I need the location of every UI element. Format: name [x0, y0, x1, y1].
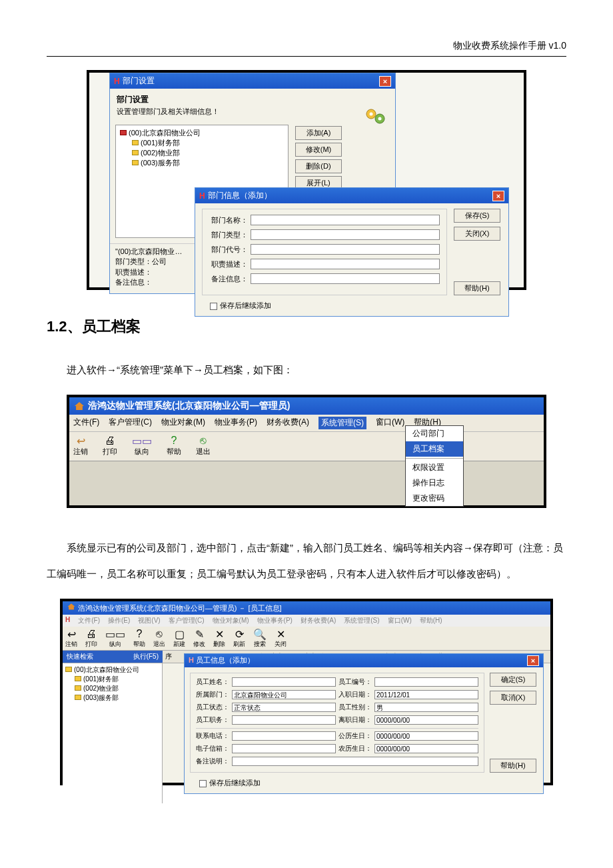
menu-item-employee-archive[interactable]: 员工档案	[406, 441, 463, 457]
tb-item[interactable]: ?帮助	[133, 628, 145, 649]
tb-exit[interactable]: ⎋退出	[196, 435, 211, 457]
tree-item[interactable]: (002)物业部	[83, 685, 119, 692]
dept-type-input[interactable]	[251, 229, 440, 240]
app3-menubar: H 文件(F) 操作(E) 视图(V) 客户管理(C) 物业对象(M) 物业事务…	[63, 615, 550, 627]
tree-root[interactable]: (00)北京森阳物业公司	[129, 129, 201, 137]
menu-file[interactable]: 文件(F)	[73, 417, 99, 429]
emp-lbirth-input[interactable]: 0000/00/00	[374, 744, 478, 753]
tree-root[interactable]: (00)北京森阳物业公司	[74, 666, 139, 673]
screenshot-dept-setting: H部门设置 × 部门设置 设置管理部门及相关详细信息！ (00)北京森阳物业公司…	[87, 70, 526, 290]
emp-indate-input[interactable]: 2011/12/01	[374, 690, 478, 699]
menu-item-company-dept[interactable]: 公司部门	[406, 426, 463, 441]
tb-label: 新建	[173, 640, 185, 649]
tree-item[interactable]: (003)服务部	[83, 694, 119, 701]
close-button[interactable]: 关闭(X)	[454, 227, 500, 241]
menu-item-permission[interactable]: 权限设置	[406, 460, 463, 475]
tree-item[interactable]: (003)服务部	[141, 159, 180, 167]
menu-item[interactable]: 窗口(W)	[388, 616, 412, 625]
help-button[interactable]: 帮助(H)	[490, 759, 536, 773]
emp-phone-input[interactable]	[232, 731, 336, 741]
app-icon: H	[65, 616, 70, 625]
tb-help[interactable]: ?帮助	[167, 435, 181, 457]
tb-label: 退出	[153, 640, 165, 649]
field-label: 部门类型：	[209, 230, 248, 240]
tree-item[interactable]: (001)财务部	[83, 675, 119, 683]
emp-remark-input[interactable]	[232, 757, 478, 766]
folder-icon	[120, 130, 127, 135]
tb-item[interactable]: ✕删除	[213, 628, 225, 649]
menu-system[interactable]: 系统管理(S)	[318, 417, 366, 429]
tb-label: 关闭	[275, 640, 287, 649]
delete-button[interactable]: 删除(D)	[295, 159, 342, 173]
menu-item[interactable]: 系统管理(S)	[344, 616, 379, 625]
tb-item[interactable]: ⟳刷新	[233, 628, 245, 649]
emp-gbirth-input[interactable]: 0000/00/00	[374, 731, 478, 741]
toolbar-icon: ▭▭	[105, 628, 125, 640]
menu-object[interactable]: 物业对象(M)	[161, 417, 205, 429]
tb-label: 注销	[65, 640, 77, 649]
modify-button[interactable]: 修改(M)	[295, 143, 342, 157]
emp-gender-input[interactable]: 男	[374, 703, 478, 712]
field-label: 员工状态：	[196, 703, 229, 712]
menu-item[interactable]: 财务收费(A)	[301, 616, 336, 625]
emp-email-input[interactable]	[232, 744, 336, 753]
tb-item[interactable]: ✎修改	[193, 628, 205, 649]
tb-orient[interactable]: ▭▭纵向	[132, 435, 152, 457]
tb-logout[interactable]: ↩注销	[73, 435, 88, 457]
tree-item[interactable]: (002)物业部	[141, 149, 180, 157]
menu-item[interactable]: 视图(V)	[138, 616, 160, 625]
field-label: 备注说明：	[196, 757, 229, 766]
dept-code-input[interactable]	[251, 244, 440, 255]
menu-affairs[interactable]: 物业事务(P)	[215, 417, 257, 429]
tb-new[interactable]: ▢新建	[173, 628, 185, 649]
menu-customer[interactable]: 客户管理(C)	[109, 417, 152, 429]
emp-dept-input[interactable]: 北京森阳物业公司	[232, 690, 336, 699]
folder-icon	[65, 667, 72, 672]
menu-item[interactable]: 文件(F)	[78, 616, 100, 625]
app3-titlebar: 浩鸿达物业管理系统(北京森阳物业公司—管理员) － [员工信息]	[63, 601, 550, 615]
add-button[interactable]: 添加(A)	[295, 126, 342, 140]
close-icon[interactable]: ×	[492, 191, 504, 201]
print-icon: 🖨	[103, 435, 117, 447]
save-button[interactable]: 保存(S)	[454, 209, 500, 223]
emp-code-input[interactable]	[374, 677, 478, 687]
tb-item[interactable]: ✕关闭	[275, 628, 287, 649]
menu-item-oplog[interactable]: 操作日志	[406, 475, 463, 491]
menu-item[interactable]: 操作(E)	[108, 616, 130, 625]
continue-checkbox[interactable]	[210, 303, 217, 310]
cancel-button[interactable]: 取消(X)	[490, 691, 536, 705]
ok-button[interactable]: 确定(S)	[490, 673, 536, 687]
dept-tree[interactable]: (00)北京森阳物业公司 (001)财务部 (002)物业部 (003)服务部	[63, 663, 163, 803]
field-label: 备注信息：	[209, 274, 248, 284]
tree-item[interactable]: (001)财务部	[141, 139, 180, 147]
emp-name-input[interactable]	[232, 677, 336, 687]
dept-duty-input[interactable]	[251, 259, 440, 269]
app-icon: H	[189, 656, 196, 664]
tb-item[interactable]: 🖨打印	[85, 628, 97, 649]
menu-item[interactable]: 客户管理(C)	[169, 616, 205, 625]
dept-remark-input[interactable]	[251, 273, 440, 284]
menu-finance[interactable]: 财务收费(A)	[267, 417, 309, 429]
menu-item-change-pwd[interactable]: 更改密码	[406, 491, 463, 506]
menu-item[interactable]: 物业对象(M)	[213, 616, 249, 625]
emp-job-input[interactable]	[232, 715, 336, 725]
emp-status-input[interactable]: 正常状态	[232, 703, 336, 712]
close-icon[interactable]: ×	[379, 76, 391, 87]
menu-window[interactable]: 窗口(W)	[376, 417, 404, 429]
tb-label: 纵向	[105, 640, 125, 649]
folder-icon	[75, 676, 81, 681]
quicksearch-bar[interactable]: 快速检索执行(F5)	[63, 651, 163, 663]
dept-name-input[interactable]	[251, 215, 440, 225]
tb-item[interactable]: ↩注销	[65, 628, 77, 649]
tb-print[interactable]: 🖨打印	[103, 435, 117, 457]
tb-item[interactable]: 🔍搜索	[253, 628, 267, 649]
menu-item[interactable]: 物业事务(P)	[257, 616, 293, 625]
help-button[interactable]: 帮助(H)	[454, 281, 500, 295]
continue-checkbox[interactable]	[199, 780, 207, 787]
tb-item[interactable]: ⎋退出	[153, 628, 165, 649]
tb-item[interactable]: ▭▭纵向	[105, 628, 125, 649]
emp-outdate-input[interactable]: 0000/00/00	[374, 715, 478, 725]
menubar: 文件(F) 客户管理(C) 物业对象(M) 物业事务(P) 财务收费(A) 系统…	[69, 415, 544, 432]
close-icon[interactable]: ×	[527, 655, 539, 666]
menu-item[interactable]: 帮助(H)	[420, 616, 442, 625]
